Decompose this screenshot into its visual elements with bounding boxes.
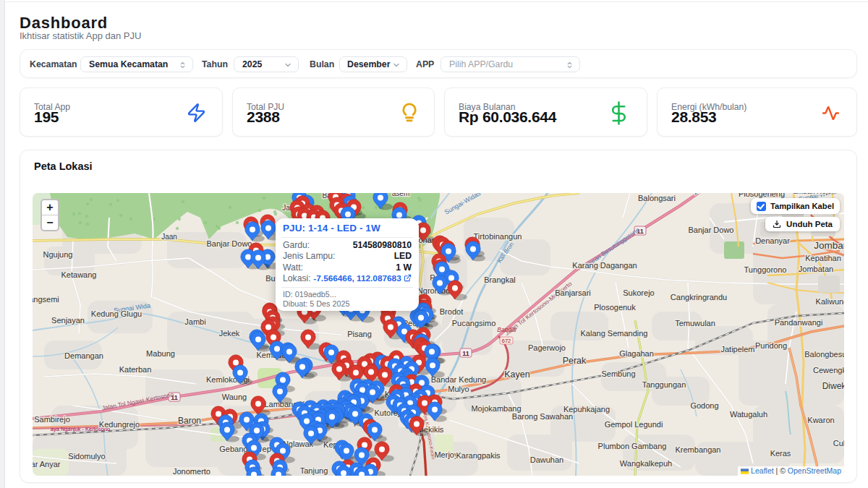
svg-text:Godong: Godong — [690, 401, 718, 410]
svg-text:Balongsari: Balongsari — [638, 194, 676, 202]
svg-text:Tanggungan: Tanggungan — [642, 380, 686, 389]
svg-text:Tanjung: Tanjung — [300, 466, 328, 475]
svg-text:Karang Dagangan: Karang Dagangan — [572, 261, 637, 270]
svg-text:Kepuhkajang: Kepuhkajang — [563, 405, 610, 414]
svg-text:Pundong: Pundong — [755, 341, 787, 350]
svg-text:Brangkal: Brangkal — [484, 275, 515, 284]
svg-text:Mabung: Mabung — [146, 349, 175, 358]
svg-text:ar Anyar: ar Anyar — [33, 460, 61, 468]
svg-text:Gempol Legundi: Gempol Legundi — [605, 420, 663, 429]
svg-text:Glagahan: Glagahan — [619, 349, 654, 358]
svg-text:Banjar Dowo: Banjar Dowo — [689, 226, 734, 234]
svg-text:ambak Rejo: ambak Rejo — [793, 193, 832, 195]
svg-text:Perak: Perak — [563, 356, 587, 366]
svg-text:Tunggorono: Tunggorono — [744, 265, 787, 274]
svg-text:Jaan: Jaan — [161, 233, 177, 241]
svg-text:Tirtobinangun: Tirtobinangun — [474, 232, 522, 241]
svg-text:Cul: Cul — [833, 439, 844, 448]
svg-text:asem: asem — [392, 193, 409, 197]
svg-text:Watugaluh: Watugaluh — [730, 410, 767, 419]
svg-text:Mulyo: Mulyo — [448, 385, 469, 393]
svg-text:Jekek: Jekek — [219, 329, 240, 338]
svg-text:Demangan: Demangan — [64, 351, 103, 360]
svg-text:Kepatihan: Kepatihan — [805, 254, 841, 262]
svg-text:Ketawang: Ketawang — [61, 270, 97, 279]
svg-text:Cangkringrandu: Cangkringrandu — [671, 293, 727, 301]
svg-text:Sidomulyo: Sidomulyo — [68, 452, 105, 461]
svg-text:Cewengk: Cewengk — [813, 366, 844, 374]
svg-text:Jonomerto: Jonomerto — [173, 467, 210, 476]
svg-text:Plosogenuk: Plosogenuk — [594, 303, 636, 312]
svg-text:Jatipelem: Jatipelem — [720, 345, 754, 354]
svg-text:Senjayan: Senjayan — [51, 316, 85, 325]
svg-text:Jombatan: Jombatan — [799, 265, 833, 273]
svg-text:Temuwulan: Temuwulan — [675, 319, 715, 328]
svg-text:Banjarsari: Banjarsari — [555, 288, 591, 297]
svg-text:Jambi: Jambi — [184, 317, 205, 326]
svg-text:Sembung: Sembung — [601, 369, 635, 378]
svg-text:Waung: Waung — [222, 393, 247, 401]
svg-text:Banjar Dowo: Banjar Dowo — [207, 239, 252, 248]
svg-text:angsemi: angsemi — [33, 295, 59, 304]
svg-text:Pandanwangi: Pandanwangi — [775, 318, 823, 327]
svg-text:Kaliwungu: Kaliwungu — [816, 297, 844, 306]
svg-text:umberejo: umberejo — [671, 193, 701, 194]
svg-text:672: 672 — [502, 338, 511, 344]
svg-text:Brodot: Brodot — [440, 307, 463, 316]
svg-text:Balongbesuk: Balongbesuk — [804, 350, 844, 359]
svg-text:Jombang: Jombang — [814, 240, 844, 251]
svg-text:Wangkalkepuh: Wangkalkepuh — [620, 459, 672, 468]
svg-text:Pisang: Pisang — [347, 330, 372, 338]
svg-text:Pucangsimo: Pucangsimo — [452, 319, 496, 328]
svg-text:Sambirejo: Sambirejo — [34, 415, 70, 424]
svg-text:Denanyar: Denanyar — [755, 236, 790, 245]
svg-text:Plosogeneng: Plosogeneng — [739, 193, 785, 198]
svg-text:Kwaron: Kwaron — [807, 416, 834, 424]
svg-text:Diwek: Diwek — [822, 381, 844, 391]
svg-text:Ngujung: Ngujung — [43, 250, 73, 259]
svg-text:Pagerwojo: Pagerwojo — [528, 343, 566, 352]
svg-text:Kalang Semanding: Kalang Semanding — [581, 329, 648, 338]
svg-text:Kayen: Kayen — [504, 369, 529, 380]
svg-text:Bandar: Bandar — [497, 326, 518, 333]
svg-text:Baron: Baron — [178, 416, 201, 426]
svg-text:Katerban: Katerban — [119, 365, 152, 374]
svg-text:Dawuhan: Dawuhan — [530, 455, 563, 464]
svg-text:Plumbon Gambang: Plumbon Gambang — [598, 442, 667, 450]
svg-text:Sukorejo: Sukorejo — [623, 288, 654, 297]
svg-text:Kedungrejo: Kedungrejo — [99, 420, 140, 429]
svg-text:Bu: Bu — [265, 274, 275, 283]
svg-text:Kedung Glugu: Kedung Glugu — [91, 309, 142, 318]
svg-text:Krembangan: Krembangan — [676, 445, 721, 454]
svg-text:11: 11 — [462, 350, 469, 357]
svg-text:Karangpakis: Karangpakis — [456, 451, 501, 460]
svg-text:Keras: Keras — [770, 449, 791, 458]
